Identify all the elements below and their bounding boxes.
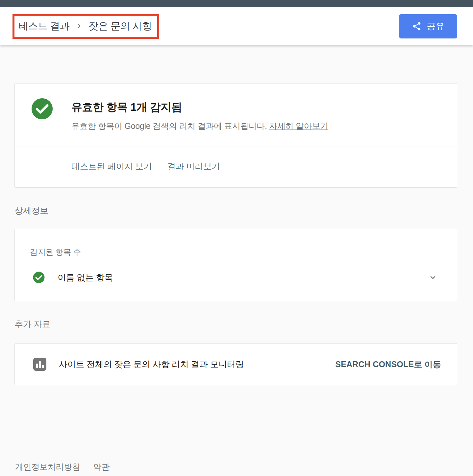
details-section-title: 상세정보	[14, 206, 457, 216]
header: 테스트 결과 잦은 문의 사항 공유	[0, 7, 473, 45]
top-bar	[0, 0, 473, 7]
resources-label: 사이트 전체의 잦은 문의 사항 리치 결과 모니터링	[59, 359, 244, 370]
terms-link[interactable]: 약관	[93, 462, 110, 472]
result-description: 유효한 항목이 Google 검색의 리치 결과에 표시됩니다. 자세히 알아보…	[71, 121, 328, 131]
resources-card: 사이트 전체의 잦은 문의 사항 리치 결과 모니터링 SEARCH CONSO…	[14, 343, 457, 385]
breadcrumb: 테스트 결과 잦은 문의 사항	[12, 14, 159, 39]
footer: 개인정보처리방침 약관	[14, 462, 457, 472]
share-icon	[412, 21, 422, 31]
bar-chart-icon	[33, 358, 46, 371]
check-circle-small-icon	[33, 271, 45, 284]
chevron-down-icon[interactable]	[428, 273, 438, 282]
result-text-block: 유효한 항목 1개 감지됨 유효한 항목이 Google 검색의 리치 결과에 …	[71, 97, 328, 131]
preview-results-link[interactable]: 결과 미리보기	[167, 161, 220, 172]
resources-section-title: 추가 자료	[14, 319, 457, 329]
share-button-label: 공유	[427, 20, 445, 32]
result-title: 유효한 항목 1개 감지됨	[71, 100, 328, 115]
detected-items-count-label: 감지된 항목 수	[30, 248, 438, 257]
result-actions: 테스트된 페이지 보기 결과 미리보기	[15, 147, 457, 187]
breadcrumb-item-faq: 잦은 문의 사항	[88, 19, 152, 33]
view-tested-page-link[interactable]: 테스트된 페이지 보기	[71, 161, 152, 172]
check-circle-icon	[31, 97, 54, 120]
result-summary: 유효한 항목 1개 감지됨 유효한 항목이 Google 검색의 리치 결과에 …	[15, 83, 457, 147]
details-card: 감지된 항목 수 이름 없는 항목	[14, 229, 457, 301]
test-result-card: 유효한 항목 1개 감지됨 유효한 항목이 Google 검색의 리치 결과에 …	[14, 83, 457, 188]
share-button[interactable]: 공유	[399, 14, 457, 38]
detected-item-label: 이름 없는 항목	[58, 272, 113, 283]
chevron-right-icon	[74, 21, 84, 31]
privacy-policy-link[interactable]: 개인정보처리방침	[15, 462, 80, 472]
breadcrumb-item-test-results[interactable]: 테스트 결과	[18, 19, 69, 33]
main-content: 유효한 항목 1개 감지됨 유효한 항목이 Google 검색의 리치 결과에 …	[0, 83, 473, 472]
learn-more-link[interactable]: 자세히 알아보기	[269, 121, 328, 131]
result-description-text: 유효한 항목이 Google 검색의 리치 결과에 표시됩니다.	[71, 121, 267, 131]
go-to-search-console-link[interactable]: SEARCH CONSOLE로 이동	[335, 359, 441, 370]
detected-item-row[interactable]: 이름 없는 항목	[30, 269, 438, 286]
